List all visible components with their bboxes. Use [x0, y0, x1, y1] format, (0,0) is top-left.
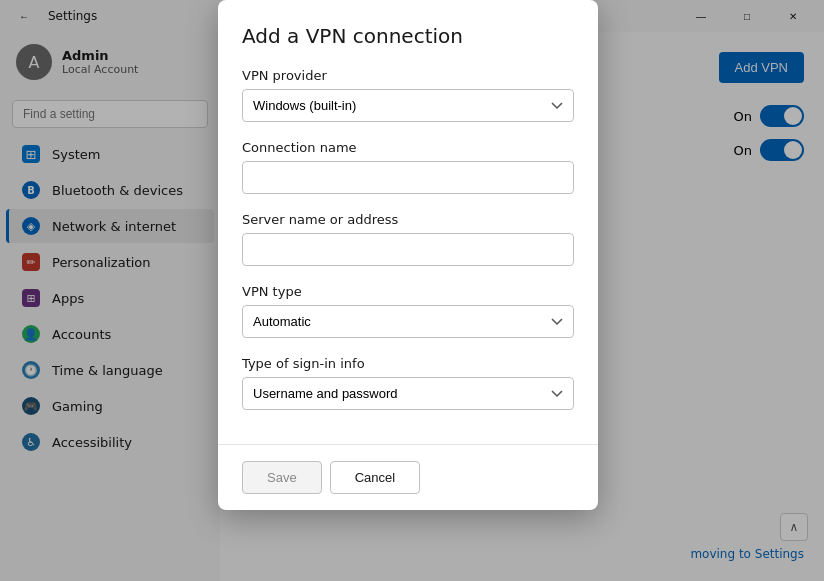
connection-name-group: Connection name: [242, 140, 574, 194]
sign-in-type-group: Type of sign-in info Username and passwo…: [242, 356, 574, 410]
settings-window: ← Settings — □ ✕ A Admin Local Account: [0, 0, 824, 581]
add-vpn-modal: Add a VPN connection VPN provider Window…: [218, 0, 598, 510]
connection-name-input[interactable]: [242, 161, 574, 194]
vpn-type-group: VPN type Automatic PPTP L2TP/IPsec SSTP …: [242, 284, 574, 338]
vpn-type-select[interactable]: Automatic PPTP L2TP/IPsec SSTP IKEv2: [242, 305, 574, 338]
vpn-provider-select[interactable]: Windows (built-in): [242, 89, 574, 122]
server-name-label: Server name or address: [242, 212, 574, 227]
vpn-provider-label: VPN provider: [242, 68, 574, 83]
save-button[interactable]: Save: [242, 461, 322, 494]
cancel-button[interactable]: Cancel: [330, 461, 420, 494]
server-name-group: Server name or address: [242, 212, 574, 266]
sign-in-type-select[interactable]: Username and password Smart card One-tim…: [242, 377, 574, 410]
connection-name-label: Connection name: [242, 140, 574, 155]
modal-footer: Save Cancel: [218, 444, 598, 510]
vpn-provider-group: VPN provider Windows (built-in): [242, 68, 574, 122]
modal-overlay: Add a VPN connection VPN provider Window…: [0, 0, 824, 581]
server-name-input[interactable]: [242, 233, 574, 266]
modal-title: Add a VPN connection: [242, 24, 574, 48]
sign-in-type-label: Type of sign-in info: [242, 356, 574, 371]
vpn-type-label: VPN type: [242, 284, 574, 299]
modal-content: Add a VPN connection VPN provider Window…: [218, 0, 598, 444]
